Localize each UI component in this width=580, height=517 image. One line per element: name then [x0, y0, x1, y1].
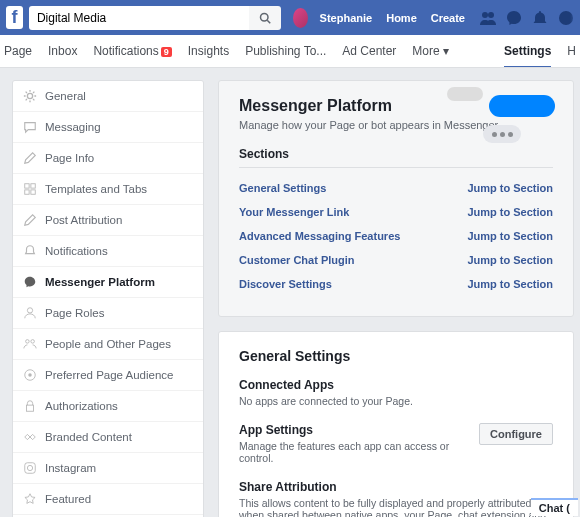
app-settings-text: Manage the features each app can access … — [239, 440, 479, 464]
people-icon — [23, 337, 37, 351]
bell-icon[interactable] — [532, 10, 548, 26]
friends-icon[interactable] — [480, 10, 496, 26]
decorative-pill-blue — [489, 95, 555, 117]
home-link[interactable]: Home — [386, 12, 417, 24]
tab-adcenter[interactable]: Ad Center — [342, 44, 396, 58]
facebook-logo[interactable]: f — [6, 6, 23, 29]
configure-button[interactable]: Configure — [479, 423, 553, 445]
sidebar-item-messaging[interactable]: Messaging — [13, 112, 203, 143]
page-tabs: Page Inbox Notifications9 Insights Publi… — [0, 35, 580, 68]
svg-point-0 — [260, 13, 268, 21]
chat-popup[interactable]: Chat ( — [531, 498, 578, 516]
handshake-icon — [23, 430, 37, 444]
sidebar-item-pageroles[interactable]: Page Roles — [13, 298, 203, 329]
tab-settings[interactable]: Settings — [504, 35, 551, 68]
svg-line-1 — [267, 20, 270, 23]
messenger-icon[interactable] — [506, 10, 522, 26]
people-icon — [23, 306, 37, 320]
avatar[interactable] — [293, 8, 308, 28]
chat-icon — [23, 120, 37, 134]
sidebar-item-featured[interactable]: Featured — [13, 484, 203, 515]
section-link-discover[interactable]: Discover Settings — [239, 278, 332, 290]
svg-rect-15 — [27, 405, 34, 411]
pencil-icon — [23, 213, 37, 227]
messenger-platform-card: Messenger Platform Manage how your Page … — [218, 80, 574, 317]
svg-point-10 — [27, 308, 32, 313]
sidebar-item-general[interactable]: General — [13, 81, 203, 112]
sidebar-item-messenger[interactable]: Messenger Platform — [13, 267, 203, 298]
sections-heading: Sections — [239, 147, 553, 168]
lock-icon — [23, 399, 37, 413]
target-icon — [23, 368, 37, 382]
general-settings-title: General Settings — [239, 348, 553, 364]
section-link-messengerlink[interactable]: Your Messenger Link — [239, 206, 349, 218]
sidebar-item-branded[interactable]: Branded Content — [13, 422, 203, 453]
search-input[interactable] — [29, 6, 249, 30]
settings-sidebar: General Messaging Page Info Templates an… — [12, 80, 204, 517]
jump-link[interactable]: Jump to Section — [467, 206, 553, 218]
svg-rect-7 — [31, 184, 35, 188]
section-link-advanced[interactable]: Advanced Messaging Features — [239, 230, 400, 242]
jump-link[interactable]: Jump to Section — [467, 278, 553, 290]
notif-badge: 9 — [161, 47, 172, 57]
search-button[interactable] — [249, 6, 281, 30]
tab-more[interactable]: More ▾ — [412, 44, 449, 58]
jump-link[interactable]: Jump to Section — [467, 254, 553, 266]
svg-point-11 — [26, 340, 30, 344]
connected-apps-text: No apps are connected to your Page. — [239, 395, 553, 407]
tab-page[interactable]: Page — [4, 44, 32, 58]
svg-point-5 — [27, 93, 32, 98]
grid-icon — [23, 182, 37, 196]
instagram-icon — [23, 461, 37, 475]
svg-rect-9 — [31, 190, 35, 194]
section-link-customerchat[interactable]: Customer Chat Plugin — [239, 254, 355, 266]
top-icons — [480, 10, 574, 26]
create-link[interactable]: Create — [431, 12, 465, 24]
sidebar-item-people[interactable]: People and Other Pages — [13, 329, 203, 360]
jump-link[interactable]: Jump to Section — [467, 230, 553, 242]
profile-link[interactable]: Stephanie — [320, 12, 373, 24]
sidebar-item-auth[interactable]: Authorizations — [13, 391, 203, 422]
svg-rect-6 — [25, 184, 29, 188]
tab-insights[interactable]: Insights — [188, 44, 229, 58]
pencil-icon — [23, 151, 37, 165]
sidebar-item-notifications[interactable]: Notifications — [13, 236, 203, 267]
messenger-icon — [23, 275, 37, 289]
bell-icon — [23, 244, 37, 258]
sidebar-item-templates[interactable]: Templates and Tabs — [13, 174, 203, 205]
star-icon — [23, 492, 37, 506]
tab-inbox[interactable]: Inbox — [48, 44, 77, 58]
svg-rect-16 — [25, 463, 36, 474]
jump-link[interactable]: Jump to Section — [467, 182, 553, 194]
svg-rect-8 — [25, 190, 29, 194]
top-nav: f Stephanie Home Create — [0, 0, 580, 35]
main-content: Messenger Platform Manage how your Page … — [218, 80, 574, 517]
connected-apps-heading: Connected Apps — [239, 378, 553, 392]
svg-point-17 — [27, 465, 32, 470]
tab-help[interactable]: H — [567, 44, 576, 58]
search-wrap — [29, 6, 281, 30]
sidebar-item-audience[interactable]: Preferred Page Audience — [13, 360, 203, 391]
share-attribution-heading: Share Attribution — [239, 480, 553, 494]
sidebar-item-pageinfo[interactable]: Page Info — [13, 143, 203, 174]
general-settings-card: General Settings Connected Apps No apps … — [218, 331, 574, 517]
svg-point-2 — [482, 12, 488, 18]
decorative-pill — [447, 87, 483, 101]
svg-point-14 — [28, 373, 32, 377]
tab-publishing[interactable]: Publishing To... — [245, 44, 326, 58]
section-link-general[interactable]: General Settings — [239, 182, 326, 194]
search-icon — [259, 12, 271, 24]
gear-icon — [23, 89, 37, 103]
tab-notifications[interactable]: Notifications9 — [93, 44, 171, 58]
svg-point-12 — [31, 340, 35, 344]
typing-indicator-icon — [483, 125, 521, 143]
sidebar-item-instagram[interactable]: Instagram — [13, 453, 203, 484]
svg-point-3 — [488, 12, 494, 18]
sidebar-item-postattr[interactable]: Post Attribution — [13, 205, 203, 236]
app-settings-heading: App Settings — [239, 423, 479, 437]
share-attribution-text: This allows content to be fully displaye… — [239, 497, 553, 517]
